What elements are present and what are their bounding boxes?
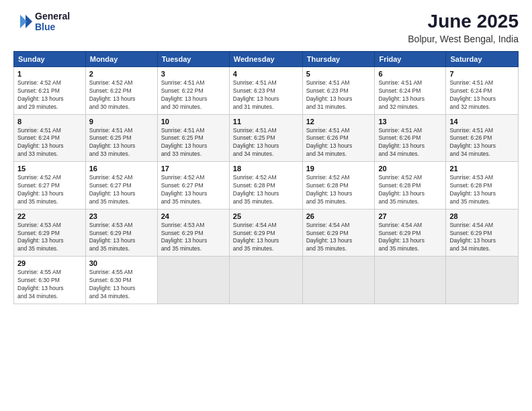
calendar-cell: 30Sunrise: 4:55 AM Sunset: 6:30 PM Dayli… (85, 257, 157, 304)
day-number: 26 (306, 212, 371, 220)
calendar-cell: 21Sunrise: 4:53 AM Sunset: 6:28 PM Dayli… (446, 162, 519, 210)
calendar-header-tuesday: Tuesday (157, 52, 229, 67)
calendar-cell: 7Sunrise: 4:51 AM Sunset: 6:24 PM Daylig… (446, 67, 519, 115)
calendar-cell: 20Sunrise: 4:52 AM Sunset: 6:28 PM Dayli… (375, 162, 446, 210)
day-number: 19 (306, 165, 371, 173)
day-number: 4 (233, 70, 299, 78)
day-number: 11 (233, 118, 299, 126)
calendar-cell: 4Sunrise: 4:51 AM Sunset: 6:23 PM Daylig… (229, 67, 302, 115)
day-info: Sunrise: 4:51 AM Sunset: 6:26 PM Dayligh… (378, 127, 442, 159)
calendar-cell: 26Sunrise: 4:54 AM Sunset: 6:29 PM Dayli… (302, 209, 375, 257)
calendar-cell: 8Sunrise: 4:51 AM Sunset: 6:24 PM Daylig… (14, 114, 86, 162)
day-info: Sunrise: 4:51 AM Sunset: 6:25 PM Dayligh… (89, 127, 154, 159)
page: General Blue June 2025 Bolpur, West Beng… (0, 0, 532, 411)
subtitle: Bolpur, West Bengal, India (408, 34, 519, 44)
calendar-header-saturday: Saturday (446, 52, 519, 67)
calendar-cell: 25Sunrise: 4:54 AM Sunset: 6:29 PM Dayli… (229, 209, 302, 257)
calendar-cell (375, 257, 446, 304)
day-info: Sunrise: 4:54 AM Sunset: 6:29 PM Dayligh… (306, 222, 371, 254)
day-number: 21 (449, 165, 515, 173)
calendar-header-monday: Monday (85, 52, 157, 67)
day-info: Sunrise: 4:54 AM Sunset: 6:29 PM Dayligh… (233, 222, 299, 254)
day-number: 10 (161, 118, 226, 126)
calendar-table: SundayMondayTuesdayWednesdayThursdayFrid… (13, 51, 519, 304)
day-info: Sunrise: 4:51 AM Sunset: 6:23 PM Dayligh… (306, 79, 371, 111)
day-info: Sunrise: 4:52 AM Sunset: 6:27 PM Dayligh… (17, 174, 82, 206)
day-info: Sunrise: 4:51 AM Sunset: 6:24 PM Dayligh… (449, 79, 515, 111)
calendar-cell: 1Sunrise: 4:52 AM Sunset: 6:21 PM Daylig… (14, 67, 86, 115)
day-number: 22 (17, 212, 82, 220)
calendar-cell: 18Sunrise: 4:52 AM Sunset: 6:28 PM Dayli… (229, 162, 302, 210)
calendar-cell: 16Sunrise: 4:52 AM Sunset: 6:27 PM Dayli… (85, 162, 157, 210)
day-info: Sunrise: 4:52 AM Sunset: 6:22 PM Dayligh… (89, 79, 154, 111)
day-info: Sunrise: 4:53 AM Sunset: 6:28 PM Dayligh… (449, 174, 515, 206)
day-info: Sunrise: 4:52 AM Sunset: 6:28 PM Dayligh… (378, 174, 442, 206)
calendar-cell: 12Sunrise: 4:51 AM Sunset: 6:26 PM Dayli… (302, 114, 375, 162)
day-number: 15 (17, 165, 82, 173)
day-info: Sunrise: 4:52 AM Sunset: 6:28 PM Dayligh… (306, 174, 371, 206)
calendar-cell: 29Sunrise: 4:55 AM Sunset: 6:30 PM Dayli… (14, 257, 86, 304)
calendar-header-wednesday: Wednesday (229, 52, 302, 67)
day-number: 3 (161, 70, 226, 78)
calendar-cell: 23Sunrise: 4:53 AM Sunset: 6:29 PM Dayli… (85, 209, 157, 257)
day-number: 24 (161, 212, 226, 220)
calendar-week-4: 22Sunrise: 4:53 AM Sunset: 6:29 PM Dayli… (14, 209, 519, 257)
logo: General Blue (13, 11, 70, 32)
day-number: 2 (89, 70, 154, 78)
day-info: Sunrise: 4:51 AM Sunset: 6:26 PM Dayligh… (306, 127, 371, 159)
day-number: 28 (449, 212, 515, 220)
calendar-week-2: 8Sunrise: 4:51 AM Sunset: 6:24 PM Daylig… (14, 114, 519, 162)
day-info: Sunrise: 4:53 AM Sunset: 6:29 PM Dayligh… (89, 222, 154, 254)
logo-text: General Blue (35, 11, 70, 32)
day-number: 13 (378, 118, 442, 126)
day-info: Sunrise: 4:51 AM Sunset: 6:25 PM Dayligh… (233, 127, 299, 159)
day-number: 5 (306, 70, 371, 78)
logo-icon (13, 12, 32, 31)
calendar-cell: 17Sunrise: 4:52 AM Sunset: 6:27 PM Dayli… (157, 162, 229, 210)
day-number: 18 (233, 165, 299, 173)
calendar-cell: 24Sunrise: 4:53 AM Sunset: 6:29 PM Dayli… (157, 209, 229, 257)
day-info: Sunrise: 4:52 AM Sunset: 6:27 PM Dayligh… (161, 174, 226, 206)
day-info: Sunrise: 4:54 AM Sunset: 6:29 PM Dayligh… (449, 222, 515, 254)
day-number: 20 (378, 165, 442, 173)
calendar-week-3: 15Sunrise: 4:52 AM Sunset: 6:27 PM Dayli… (14, 162, 519, 210)
calendar-cell: 13Sunrise: 4:51 AM Sunset: 6:26 PM Dayli… (375, 114, 446, 162)
day-info: Sunrise: 4:51 AM Sunset: 6:24 PM Dayligh… (17, 127, 82, 159)
day-number: 8 (17, 118, 82, 126)
calendar-cell: 6Sunrise: 4:51 AM Sunset: 6:24 PM Daylig… (375, 67, 446, 115)
main-title: June 2025 (408, 11, 519, 32)
day-number: 1 (17, 70, 82, 78)
day-number: 12 (306, 118, 371, 126)
day-number: 7 (449, 70, 515, 78)
day-number: 27 (378, 212, 442, 220)
calendar-cell: 15Sunrise: 4:52 AM Sunset: 6:27 PM Dayli… (14, 162, 86, 210)
day-info: Sunrise: 4:52 AM Sunset: 6:27 PM Dayligh… (89, 174, 154, 206)
day-info: Sunrise: 4:52 AM Sunset: 6:21 PM Dayligh… (17, 79, 82, 111)
calendar-cell: 19Sunrise: 4:52 AM Sunset: 6:28 PM Dayli… (302, 162, 375, 210)
calendar-cell: 22Sunrise: 4:53 AM Sunset: 6:29 PM Dayli… (14, 209, 86, 257)
title-block: June 2025 Bolpur, West Bengal, India (408, 11, 519, 44)
day-number: 17 (161, 165, 226, 173)
calendar-week-1: 1Sunrise: 4:52 AM Sunset: 6:21 PM Daylig… (14, 67, 519, 115)
day-number: 16 (89, 165, 154, 173)
calendar-header-thursday: Thursday (302, 52, 375, 67)
day-info: Sunrise: 4:51 AM Sunset: 6:26 PM Dayligh… (449, 127, 515, 159)
day-number: 29 (17, 259, 82, 267)
calendar-cell (229, 257, 302, 304)
day-info: Sunrise: 4:53 AM Sunset: 6:29 PM Dayligh… (161, 222, 226, 254)
calendar-cell (157, 257, 229, 304)
day-info: Sunrise: 4:53 AM Sunset: 6:29 PM Dayligh… (17, 222, 82, 254)
day-number: 14 (449, 118, 515, 126)
day-info: Sunrise: 4:51 AM Sunset: 6:25 PM Dayligh… (161, 127, 226, 159)
calendar-cell: 27Sunrise: 4:54 AM Sunset: 6:29 PM Dayli… (375, 209, 446, 257)
calendar-header-sunday: Sunday (14, 52, 86, 67)
calendar-cell: 2Sunrise: 4:52 AM Sunset: 6:22 PM Daylig… (85, 67, 157, 115)
day-info: Sunrise: 4:52 AM Sunset: 6:28 PM Dayligh… (233, 174, 299, 206)
calendar-header-row: SundayMondayTuesdayWednesdayThursdayFrid… (14, 52, 519, 67)
day-info: Sunrise: 4:55 AM Sunset: 6:30 PM Dayligh… (89, 269, 154, 301)
day-info: Sunrise: 4:51 AM Sunset: 6:22 PM Dayligh… (161, 79, 226, 111)
day-info: Sunrise: 4:54 AM Sunset: 6:29 PM Dayligh… (378, 222, 442, 254)
calendar-cell: 28Sunrise: 4:54 AM Sunset: 6:29 PM Dayli… (446, 209, 519, 257)
calendar-cell (446, 257, 519, 304)
calendar-cell: 5Sunrise: 4:51 AM Sunset: 6:23 PM Daylig… (302, 67, 375, 115)
